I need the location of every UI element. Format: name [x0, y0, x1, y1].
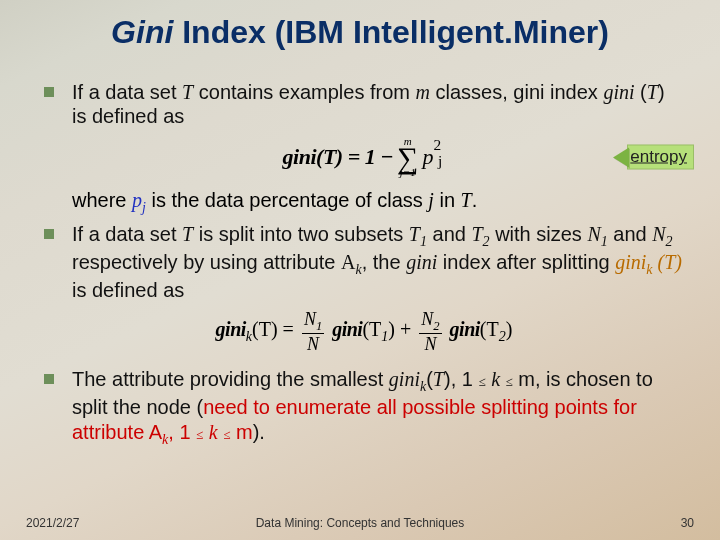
text: respectively by using attribute: [72, 251, 341, 273]
p-squared-j: p2j: [422, 144, 445, 170]
func-gini: gini: [603, 81, 634, 103]
sub-1: 1: [420, 234, 427, 249]
text: (: [635, 81, 647, 103]
bullet-icon: [44, 374, 54, 384]
paren-close: ): [506, 318, 513, 340]
slide-title: Gini Index (IBM Intelligent.Miner): [0, 14, 720, 51]
footer-page-number: 30: [681, 516, 694, 530]
den-N: N: [305, 335, 321, 353]
var-T: T: [647, 81, 658, 103]
num-2: 2: [433, 319, 439, 333]
text: classes, gini index: [430, 81, 603, 103]
sum-lower: j=1: [400, 168, 416, 178]
paren: (T: [362, 318, 381, 340]
sigma-icon: m ∑ j=1: [397, 137, 418, 178]
var-N2: N: [652, 223, 665, 245]
bullet-1: If a data set T contains examples from m…: [44, 80, 684, 129]
formula-lhs: gini(T) = 1 −: [283, 144, 393, 170]
text: and: [427, 223, 471, 245]
text: is the data percentage of class: [146, 189, 428, 211]
text: ), 1: [444, 368, 473, 390]
text: .: [472, 189, 478, 211]
den-N: N: [422, 335, 438, 353]
title-rest: Index (IBM Intelligent.Miner): [173, 14, 609, 50]
leq-icon: ≤: [223, 427, 230, 442]
var-k: k: [209, 421, 218, 443]
sub-j: j: [438, 152, 442, 170]
footer-title: Data Mining: Concepts and Techniques: [0, 516, 720, 530]
text: , the: [362, 251, 406, 273]
formula-gini: gini(T) = 1 − m ∑ j=1 p2j entropy: [44, 137, 684, 178]
bullet-3: The attribute providing the smallest gin…: [44, 367, 684, 448]
text: If a data set: [72, 81, 182, 103]
f2-gini: gini: [216, 318, 246, 340]
text: ).: [253, 421, 265, 443]
slide-footer: 2021/2/27 Data Mining: Concepts and Tech…: [0, 516, 720, 530]
text: The attribute providing the smallest: [72, 368, 389, 390]
red-text: m: [236, 421, 253, 443]
sigma-symbol: ∑: [397, 147, 418, 168]
var-T: T: [433, 368, 444, 390]
var-T1: T: [409, 223, 420, 245]
var-p: p: [132, 189, 142, 211]
sub-2: 2: [483, 234, 490, 249]
frac-n1-n: N1 N: [302, 310, 324, 353]
paren: (: [426, 368, 433, 390]
leq-icon: ≤: [196, 427, 203, 442]
num-1: 1: [316, 319, 322, 333]
formula-gini-split: ginik(T) = N1 N gini(T1) + N2 N gini(T2): [44, 310, 684, 353]
text: is split into two subsets: [193, 223, 409, 245]
var-T: T: [664, 251, 675, 273]
formula-gini-expr: gini(T) = 1 − m ∑ j=1 p2j: [283, 137, 446, 178]
plus: ) +: [388, 318, 416, 340]
var-T2: T: [471, 223, 482, 245]
entropy-callout[interactable]: entropy: [613, 145, 694, 170]
paren: (T: [480, 318, 499, 340]
func-gini: gini: [389, 368, 420, 390]
text: with sizes: [490, 223, 588, 245]
slide-body: If a data set T contains examples from m…: [44, 80, 684, 456]
sub-1: 1: [601, 234, 608, 249]
leq-icon: ≤: [478, 374, 485, 389]
paren: ): [675, 251, 682, 273]
arrow-left-icon: [613, 147, 629, 167]
f2-eq: (T) =: [252, 318, 299, 340]
num-N: N: [421, 309, 433, 329]
leq-icon: ≤: [506, 374, 513, 389]
text: is defined as: [72, 279, 184, 301]
bullet-icon: [44, 229, 54, 239]
text: If a data set: [72, 223, 182, 245]
func-gini: gini: [406, 251, 437, 273]
var-k: k: [491, 368, 500, 390]
sub-2: 2: [666, 234, 673, 249]
where-clause: where pj is the data percentage of class…: [44, 188, 684, 216]
paren: (: [653, 251, 665, 273]
text: contains examples from: [193, 81, 415, 103]
var-T: T: [461, 189, 472, 211]
f2-gini: gini: [332, 318, 362, 340]
func-gini-k: gini: [615, 251, 646, 273]
slide-root: Gini Index (IBM Intelligent.Miner) If a …: [0, 0, 720, 540]
num-N: N: [304, 309, 316, 329]
text: where: [72, 189, 132, 211]
var-A: A: [341, 251, 355, 273]
red-text: , 1: [168, 421, 190, 443]
sub-2: 2: [499, 329, 506, 344]
text: in: [434, 189, 461, 211]
var-p: p: [422, 144, 433, 170]
title-gini: Gini: [111, 14, 173, 50]
var-m: m: [416, 81, 430, 103]
var-T: T: [182, 223, 193, 245]
bullet-2: If a data set T is split into two subset…: [44, 222, 684, 303]
text: index after splitting: [437, 251, 615, 273]
bullet-icon: [44, 87, 54, 97]
entropy-label: entropy: [627, 145, 694, 170]
text: and: [608, 223, 652, 245]
frac-n2-n: N2 N: [419, 310, 441, 353]
var-N1: N: [587, 223, 600, 245]
f2-gini: gini: [450, 318, 480, 340]
var-T: T: [182, 81, 193, 103]
